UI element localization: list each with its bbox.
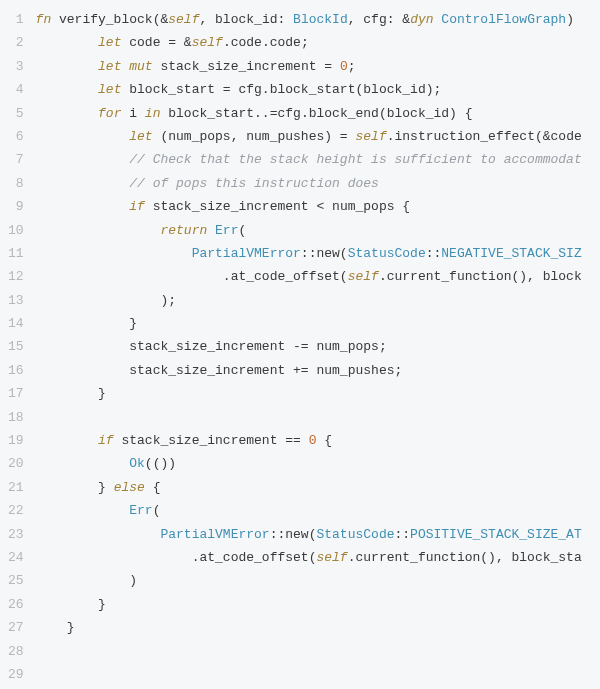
indent xyxy=(36,363,130,378)
indent xyxy=(36,620,67,635)
line-number: 11 xyxy=(8,242,24,265)
indent xyxy=(36,550,192,565)
token-ident: .at_code_offset( xyxy=(223,269,348,284)
token-type: ControlFlowGraph xyxy=(441,12,566,27)
line-number: 9 xyxy=(8,195,24,218)
token-ident: ::new( xyxy=(270,527,317,542)
token-fn-name: verify_block xyxy=(59,12,153,27)
indent xyxy=(36,59,98,74)
indent xyxy=(36,456,130,471)
token-kw: let xyxy=(98,59,121,74)
token-num: 0 xyxy=(340,59,348,74)
token-ident: :: xyxy=(426,246,442,261)
indent xyxy=(36,176,130,191)
code-line: let (num_pops, num_pushes) = self.instru… xyxy=(36,125,600,148)
line-number: 4 xyxy=(8,78,24,101)
code-line: stack_size_increment += num_pushes; xyxy=(36,359,600,382)
token-ident: { xyxy=(317,433,333,448)
line-number: 15 xyxy=(8,335,24,358)
indent xyxy=(36,386,98,401)
line-number: 8 xyxy=(8,172,24,195)
code-line: let mut stack_size_increment = 0; xyxy=(36,55,600,78)
token-ident: stack_size_increment = xyxy=(153,59,340,74)
code-line: if stack_size_increment < num_pops { xyxy=(36,195,600,218)
indent xyxy=(36,223,161,238)
token-paren: { xyxy=(145,480,161,495)
token-paren: ( xyxy=(238,223,246,238)
code-line: .at_code_offset(self.current_function(),… xyxy=(36,265,600,288)
token-ident: .current_function(), block xyxy=(379,269,582,284)
token-ident: .at_code_offset( xyxy=(192,550,317,565)
token-num: 0 xyxy=(309,433,317,448)
token-ident: stack_size_increment == xyxy=(114,433,309,448)
token-kw: return xyxy=(160,223,207,238)
token-ident: i xyxy=(121,106,144,121)
indent xyxy=(36,573,130,588)
code-line xyxy=(36,640,600,663)
line-number: 27 xyxy=(8,616,24,639)
code-line: let code = &self.code.code; xyxy=(36,31,600,54)
token-type: StatusCode xyxy=(348,246,426,261)
token-kw: if xyxy=(129,199,145,214)
token-ident: .code.code; xyxy=(223,35,309,50)
line-number: 17 xyxy=(8,382,24,405)
code-line: ) xyxy=(36,569,600,592)
token-kw: dyn xyxy=(410,12,441,27)
token-paren: ( xyxy=(153,503,161,518)
indent xyxy=(36,246,192,261)
token-variant: Ok xyxy=(129,456,145,471)
token-ident: stack_size_increment -= num_pops; xyxy=(129,339,386,354)
indent xyxy=(36,129,130,144)
code-line: } else { xyxy=(36,476,600,499)
token-type: BlockId xyxy=(293,12,348,27)
line-number: 19 xyxy=(8,429,24,452)
line-number: 10 xyxy=(8,219,24,242)
line-number: 25 xyxy=(8,569,24,592)
token-type: PartialVMError xyxy=(192,246,301,261)
token-ident: block_start..=cfg.block_end(block_id) { xyxy=(160,106,472,121)
line-number: 18 xyxy=(8,406,24,429)
token-kw: let xyxy=(98,35,121,50)
line-number: 28 xyxy=(8,640,24,663)
token-kw: else xyxy=(114,480,145,495)
token-comment: // Check that the stack height is suffic… xyxy=(129,152,581,167)
token-kw: let xyxy=(98,82,121,97)
token-ident: ::new( xyxy=(301,246,348,261)
token-paren: , cfg: & xyxy=(348,12,410,27)
line-number: 20 xyxy=(8,452,24,475)
line-number: 29 xyxy=(8,663,24,686)
token-paren: , block_id: xyxy=(199,12,293,27)
indent xyxy=(36,339,130,354)
token-ident: ; xyxy=(348,59,356,74)
code-line: for i in block_start..=cfg.block_end(blo… xyxy=(36,102,600,125)
indent xyxy=(36,527,161,542)
token-self: self xyxy=(348,269,379,284)
token-paren: (()) xyxy=(145,456,176,471)
code-line: ); xyxy=(36,289,600,312)
token-paren: } xyxy=(67,620,75,635)
indent xyxy=(36,480,98,495)
token-ident xyxy=(207,223,215,238)
token-variant: Err xyxy=(129,503,152,518)
indent xyxy=(36,82,98,97)
indent xyxy=(36,269,223,284)
line-number: 12 xyxy=(8,265,24,288)
token-ident: code = & xyxy=(121,35,191,50)
line-number: 24 xyxy=(8,546,24,569)
line-number-gutter: 1234567891011121314151617181920212223242… xyxy=(0,8,36,686)
token-paren: (& xyxy=(153,12,169,27)
token-kw: let xyxy=(129,129,152,144)
code-line xyxy=(36,406,600,429)
code-content: fn verify_block(&self, block_id: BlockId… xyxy=(36,8,600,686)
token-paren: } xyxy=(98,480,114,495)
code-line: } xyxy=(36,616,600,639)
token-variant: Err xyxy=(215,223,238,238)
token-kw: in xyxy=(145,106,161,121)
indent xyxy=(36,597,98,612)
token-paren: } xyxy=(129,316,137,331)
code-line: .at_code_offset(self.current_function(),… xyxy=(36,546,600,569)
token-paren: } xyxy=(98,386,106,401)
token-self: self xyxy=(168,12,199,27)
line-number: 23 xyxy=(8,523,24,546)
line-number: 1 xyxy=(8,8,24,31)
